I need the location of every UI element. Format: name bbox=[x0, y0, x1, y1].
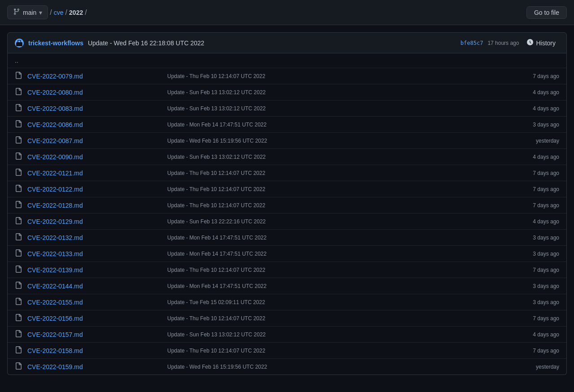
file-commit-message: Update - Sun Feb 13 13:02:12 UTC 2022 bbox=[167, 105, 509, 112]
table-row: CVE-2022-0121.mdUpdate - Thu Feb 10 12:1… bbox=[8, 165, 566, 181]
table-row: CVE-2022-0139.mdUpdate - Thu Feb 10 12:1… bbox=[8, 262, 566, 278]
breadcrumb-2022: 2022 bbox=[69, 9, 83, 16]
file-age: 7 days ago bbox=[514, 170, 559, 176]
file-age: 3 days ago bbox=[514, 122, 559, 128]
table-row: CVE-2022-0129.mdUpdate - Sun Feb 13 22:2… bbox=[8, 213, 566, 230]
file-icon bbox=[15, 249, 22, 258]
file-icon bbox=[15, 88, 22, 96]
file-commit-message: Update - Sun Feb 13 13:02:12 UTC 2022 bbox=[167, 89, 509, 96]
file-name[interactable]: CVE-2022-0144.md bbox=[27, 283, 162, 290]
parent-dir-row[interactable]: .. bbox=[8, 53, 566, 68]
file-name[interactable]: CVE-2022-0158.md bbox=[27, 347, 162, 354]
file-commit-message: Update - Sun Feb 13 22:22:16 UTC 2022 bbox=[167, 218, 509, 225]
commit-author[interactable]: trickest-workflows bbox=[28, 39, 83, 47]
file-icon bbox=[15, 185, 22, 193]
file-commit-message: Update - Mon Feb 14 17:47:51 UTC 2022 bbox=[167, 122, 509, 128]
file-age: 7 days ago bbox=[514, 315, 559, 322]
file-age: 7 days ago bbox=[514, 186, 559, 192]
file-name[interactable]: CVE-2022-0122.md bbox=[27, 186, 162, 193]
file-icon bbox=[15, 314, 22, 322]
table-row: CVE-2022-0090.mdUpdate - Sun Feb 13 13:0… bbox=[8, 149, 566, 165]
file-name[interactable]: CVE-2022-0139.md bbox=[27, 266, 162, 274]
file-name[interactable]: CVE-2022-0090.md bbox=[27, 153, 162, 161]
branch-selector[interactable]: main ▾ bbox=[7, 5, 48, 19]
file-commit-message: Update - Thu Feb 10 12:14:07 UTC 2022 bbox=[167, 202, 509, 209]
file-commit-message: Update - Wed Feb 16 15:19:56 UTC 2022 bbox=[167, 138, 509, 144]
git-branch-icon bbox=[13, 8, 20, 17]
table-row: CVE-2022-0122.mdUpdate - Thu Feb 10 12:1… bbox=[8, 181, 566, 197]
file-rows-container: CVE-2022-0079.mdUpdate - Thu Feb 10 12:1… bbox=[8, 68, 566, 375]
file-age: 7 days ago bbox=[514, 202, 559, 209]
file-commit-message: Update - Wed Feb 16 15:19:56 UTC 2022 bbox=[167, 364, 509, 370]
file-age: 4 days ago bbox=[514, 331, 559, 338]
file-commit-message: Update - Thu Feb 10 12:14:07 UTC 2022 bbox=[167, 267, 509, 273]
file-icon bbox=[15, 201, 22, 209]
file-name[interactable]: CVE-2022-0087.md bbox=[27, 137, 162, 144]
file-icon bbox=[15, 282, 22, 290]
commit-info: trickest-workflows Update - Wed Feb 16 2… bbox=[15, 39, 204, 48]
file-commit-message: Update - Thu Feb 10 12:14:07 UTC 2022 bbox=[167, 315, 509, 322]
file-age: 7 days ago bbox=[514, 348, 559, 354]
file-name[interactable]: CVE-2022-0155.md bbox=[27, 299, 162, 306]
file-name[interactable]: CVE-2022-0121.md bbox=[27, 170, 162, 177]
file-age: 4 days ago bbox=[514, 218, 559, 225]
file-icon bbox=[15, 298, 22, 306]
file-icon bbox=[15, 217, 22, 226]
file-age: 7 days ago bbox=[514, 267, 559, 273]
file-name[interactable]: CVE-2022-0080.md bbox=[27, 89, 162, 96]
file-name[interactable]: CVE-2022-0156.md bbox=[27, 315, 162, 322]
table-row: CVE-2022-0133.mdUpdate - Mon Feb 14 17:4… bbox=[8, 246, 566, 262]
table-row: CVE-2022-0087.mdUpdate - Wed Feb 16 15:1… bbox=[8, 133, 566, 149]
file-age: 7 days ago bbox=[514, 73, 559, 79]
file-name[interactable]: CVE-2022-0083.md bbox=[27, 105, 162, 112]
breadcrumb: main ▾ / cve / 2022 / bbox=[7, 5, 87, 19]
file-icon bbox=[15, 104, 22, 113]
history-link[interactable]: History bbox=[523, 37, 559, 48]
file-name[interactable]: CVE-2022-0133.md bbox=[27, 250, 162, 257]
file-commit-message: Update - Thu Feb 10 12:14:07 UTC 2022 bbox=[167, 348, 509, 354]
file-name[interactable]: CVE-2022-0132.md bbox=[27, 234, 162, 241]
file-commit-message: Update - Sun Feb 13 13:02:12 UTC 2022 bbox=[167, 154, 509, 160]
file-name[interactable]: CVE-2022-0079.md bbox=[27, 73, 162, 80]
file-icon bbox=[15, 346, 22, 355]
file-commit-message: Update - Mon Feb 14 17:47:51 UTC 2022 bbox=[167, 283, 509, 289]
file-icon bbox=[15, 120, 22, 129]
commit-bar: trickest-workflows Update - Wed Feb 16 2… bbox=[7, 32, 567, 53]
file-name[interactable]: CVE-2022-0129.md bbox=[27, 218, 162, 225]
file-icon bbox=[15, 152, 22, 161]
file-icon bbox=[15, 169, 22, 177]
table-row: CVE-2022-0128.mdUpdate - Thu Feb 10 12:1… bbox=[8, 197, 566, 213]
file-icon bbox=[15, 72, 22, 80]
table-row: CVE-2022-0083.mdUpdate - Sun Feb 13 13:0… bbox=[8, 100, 566, 117]
table-row: CVE-2022-0158.mdUpdate - Thu Feb 10 12:1… bbox=[8, 343, 566, 359]
file-icon bbox=[15, 233, 22, 242]
file-age: yesterday bbox=[514, 364, 559, 370]
file-age: 4 days ago bbox=[514, 154, 559, 160]
chevron-down-icon: ▾ bbox=[39, 9, 42, 16]
file-name[interactable]: CVE-2022-0128.md bbox=[27, 202, 162, 209]
commit-time: 17 hours ago bbox=[487, 40, 519, 46]
file-age: 3 days ago bbox=[514, 299, 559, 305]
file-age: 3 days ago bbox=[514, 283, 559, 289]
file-name[interactable]: CVE-2022-0157.md bbox=[27, 331, 162, 338]
repo-container: trickest-workflows Update - Wed Feb 16 2… bbox=[0, 25, 574, 382]
table-row: CVE-2022-0156.mdUpdate - Thu Feb 10 12:1… bbox=[8, 310, 566, 327]
table-row: CVE-2022-0079.mdUpdate - Thu Feb 10 12:1… bbox=[8, 68, 566, 84]
file-commit-message: Update - Tue Feb 15 02:09:11 UTC 2022 bbox=[167, 299, 509, 305]
parent-dir-label: .. bbox=[15, 57, 18, 64]
table-row: CVE-2022-0159.mdUpdate - Wed Feb 16 15:1… bbox=[8, 359, 566, 375]
breadcrumb-cve[interactable]: cve bbox=[54, 9, 64, 16]
file-icon bbox=[15, 136, 22, 145]
branch-name: main bbox=[23, 9, 36, 16]
go-to-file-button[interactable]: Go to file bbox=[526, 6, 567, 19]
file-name[interactable]: CVE-2022-0159.md bbox=[27, 363, 162, 370]
commit-hash[interactable]: bfe85c7 bbox=[461, 40, 483, 46]
history-label: History bbox=[536, 39, 556, 47]
file-age: 3 days ago bbox=[514, 251, 559, 257]
table-row: CVE-2022-0155.mdUpdate - Tue Feb 15 02:0… bbox=[8, 294, 566, 310]
file-commit-message: Update - Sun Feb 13 13:02:12 UTC 2022 bbox=[167, 331, 509, 338]
breadcrumb-sep-1: / bbox=[50, 9, 52, 17]
file-name[interactable]: CVE-2022-0086.md bbox=[27, 121, 162, 128]
file-icon bbox=[15, 330, 22, 339]
table-row: CVE-2022-0080.mdUpdate - Sun Feb 13 13:0… bbox=[8, 84, 566, 100]
